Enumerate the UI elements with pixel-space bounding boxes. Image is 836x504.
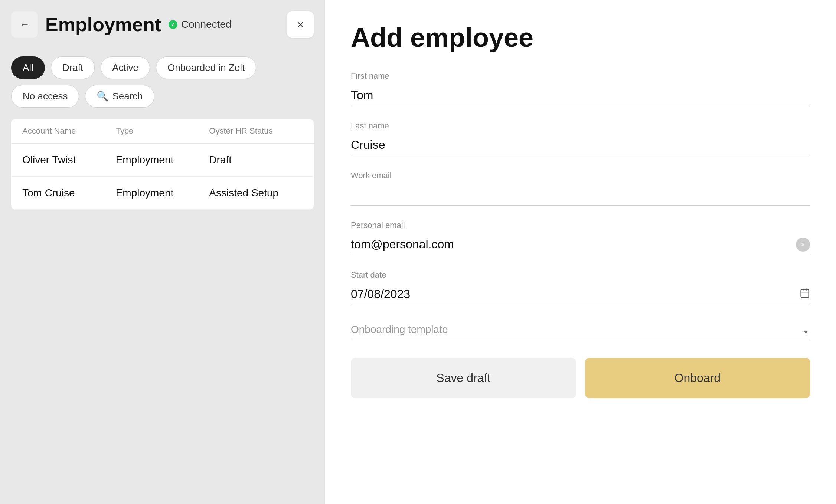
start-date-input[interactable] — [351, 284, 810, 305]
filter-tabs: All Draft Active Onboarded in Zelt No ac… — [11, 56, 314, 108]
last-name-label: Last name — [351, 121, 810, 131]
employee-type: Employment — [116, 187, 209, 199]
tab-onboarded-zelt[interactable]: Onboarded in Zelt — [156, 56, 256, 79]
first-name-label: First name — [351, 71, 810, 81]
table-row[interactable]: Tom Cruise Employment Assisted Setup — [11, 177, 314, 210]
employees-table: Account Name Type Oyster HR Status Olive… — [11, 119, 314, 210]
start-date-group: Start date — [351, 270, 810, 305]
onboarding-template-group: Onboarding template ⌄ — [351, 320, 810, 339]
col-header-status: Oyster HR Status — [209, 126, 303, 136]
save-draft-button[interactable]: Save draft — [351, 358, 576, 398]
close-icon: × — [297, 18, 304, 32]
svg-rect-0 — [801, 289, 809, 297]
page-title: Employment — [45, 13, 161, 36]
work-email-group: Work email — [351, 171, 810, 206]
back-icon: ← — [19, 19, 30, 30]
start-date-wrapper — [351, 284, 810, 305]
col-header-type: Type — [116, 126, 209, 136]
back-button[interactable]: ← — [11, 11, 38, 38]
employee-name: Tom Cruise — [22, 187, 116, 199]
work-email-input[interactable] — [351, 184, 810, 206]
close-button[interactable]: × — [287, 11, 314, 38]
clear-icon: × — [801, 240, 805, 249]
tab-active[interactable]: Active — [101, 56, 150, 79]
employee-status: Assisted Setup — [209, 187, 303, 199]
start-date-label: Start date — [351, 270, 810, 280]
clear-personal-email-button[interactable]: × — [796, 238, 810, 252]
form-actions: Save draft Onboard — [351, 358, 810, 398]
search-icon: 🔍 — [97, 91, 108, 102]
search-label: Search — [112, 91, 143, 102]
calendar-icon[interactable] — [800, 288, 810, 301]
add-employee-panel: Add employee First name Last name Work e… — [325, 0, 836, 504]
employee-status: Draft — [209, 154, 303, 166]
first-name-input[interactable] — [351, 85, 810, 106]
employee-name: Oliver Twist — [22, 154, 116, 166]
personal-email-wrapper: × — [351, 234, 810, 255]
tab-no-access[interactable]: No access — [11, 85, 79, 108]
connected-label: Connected — [181, 19, 231, 30]
work-email-label: Work email — [351, 171, 810, 180]
table-header: Account Name Type Oyster HR Status — [11, 119, 314, 144]
first-name-group: First name — [351, 71, 810, 106]
last-name-group: Last name — [351, 121, 810, 156]
employee-type: Employment — [116, 154, 209, 166]
table-row[interactable]: Oliver Twist Employment Draft — [11, 144, 314, 177]
onboarding-template-select[interactable]: Onboarding template — [351, 320, 810, 339]
tab-all[interactable]: All — [11, 56, 45, 79]
connected-icon — [169, 20, 177, 29]
onboard-button[interactable]: Onboard — [585, 358, 810, 398]
personal-email-input[interactable] — [351, 234, 810, 255]
page-header: ← Employment Connected — [11, 11, 314, 38]
col-header-name: Account Name — [22, 126, 116, 136]
tab-draft[interactable]: Draft — [51, 56, 95, 79]
left-panel: ← Employment Connected × All Draft Activ… — [0, 0, 325, 504]
connected-badge: Connected — [169, 19, 231, 30]
panel-title: Add employee — [351, 22, 810, 53]
personal-email-label: Personal email — [351, 220, 810, 230]
search-tab[interactable]: 🔍 Search — [85, 85, 154, 108]
last-name-input[interactable] — [351, 134, 810, 156]
personal-email-group: Personal email × — [351, 220, 810, 255]
onboarding-template-wrapper: Onboarding template ⌄ — [351, 320, 810, 339]
